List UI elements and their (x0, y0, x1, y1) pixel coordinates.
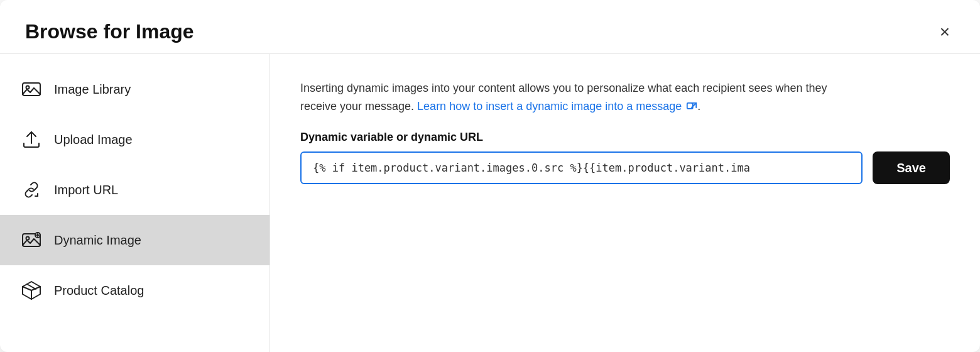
box-icon (20, 279, 43, 302)
sidebar-item-import-url[interactable]: Import URL (0, 165, 270, 215)
modal-header: Browse for Image × (0, 0, 980, 53)
sidebar-item-label: Upload Image (54, 133, 133, 147)
external-link-icon (686, 98, 697, 116)
dynamic-url-input[interactable] (300, 151, 863, 184)
save-button[interactable]: Save (873, 151, 950, 184)
sidebar-item-upload-image[interactable]: Upload Image (0, 114, 270, 165)
content-area: Inserting dynamic images into your conte… (270, 54, 980, 352)
learn-more-link[interactable]: Learn how to insert a dynamic image into… (417, 100, 697, 113)
svg-rect-0 (23, 83, 40, 96)
upload-icon (20, 128, 43, 151)
image-library-icon (20, 78, 43, 101)
description-text: Inserting dynamic images into your conte… (300, 79, 866, 116)
sidebar-item-label: Dynamic Image (54, 233, 141, 248)
svg-point-5 (26, 237, 30, 240)
sidebar-item-product-catalog[interactable]: Product Catalog (0, 265, 270, 316)
sidebar-item-label: Product Catalog (54, 283, 144, 298)
close-button[interactable]: × (935, 21, 955, 43)
field-label: Dynamic variable or dynamic URL (300, 131, 950, 144)
sidebar: Image Library Upload Image (0, 54, 270, 352)
sidebar-item-label: Image Library (54, 82, 131, 97)
link-icon (20, 179, 43, 201)
sidebar-item-image-library[interactable]: Image Library (0, 64, 270, 114)
svg-line-12 (27, 284, 36, 289)
modal-body: Image Library Upload Image (0, 53, 980, 352)
dynamic-image-icon (20, 229, 43, 251)
input-row: Save (300, 151, 950, 184)
sidebar-item-label: Import URL (54, 183, 118, 197)
field-section: Dynamic variable or dynamic URL Save (300, 131, 950, 184)
modal: Browse for Image × Image Library (0, 0, 980, 352)
svg-point-1 (26, 86, 30, 89)
svg-line-10 (23, 287, 31, 290)
sidebar-item-dynamic-image[interactable]: Dynamic Image (0, 215, 270, 265)
modal-title: Browse for Image (25, 20, 194, 43)
